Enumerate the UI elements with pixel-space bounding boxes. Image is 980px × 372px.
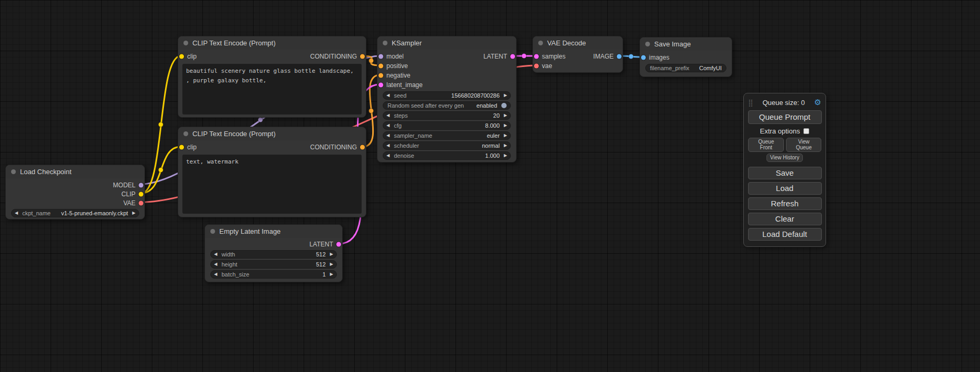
collapse-dot[interactable] (183, 41, 188, 45)
height-widget[interactable]: ◀ height 512 ▶ (210, 260, 337, 269)
widget-value[interactable]: 512 (316, 251, 325, 257)
node-load-checkpoint[interactable]: Load Checkpoint MODEL CLIP VAE ◀ ckpt_na… (5, 165, 145, 220)
clip-input-dot[interactable] (179, 145, 184, 150)
widget-value[interactable]: euler (487, 132, 499, 139)
positive-prompt-textarea[interactable]: beautiful scenery nature glass bottle la… (182, 64, 362, 115)
decrement-arrow-icon[interactable]: ◀ (386, 93, 390, 98)
decrement-arrow-icon[interactable]: ◀ (214, 252, 217, 256)
collapse-dot[interactable] (538, 41, 543, 45)
widget-value[interactable]: 512 (316, 261, 325, 268)
node-clip-text-encode-negative[interactable]: CLIP Text Encode (Prompt) clip CONDITION… (178, 127, 366, 217)
node-ksampler[interactable]: KSampler model LATENT positive negative … (377, 36, 517, 163)
widget-value[interactable]: 1.000 (485, 152, 500, 159)
decrement-arrow-icon[interactable]: ◀ (386, 133, 390, 138)
queue-prompt-button[interactable]: Queue Prompt (748, 110, 822, 124)
cfg-widget[interactable]: ◀ cfg 8.000 ▶ (383, 121, 511, 130)
widget-value[interactable]: 20 (493, 112, 500, 119)
queue-front-button[interactable]: Queue Front (748, 138, 784, 152)
widget-value[interactable]: enabled (477, 102, 497, 109)
settings-gear-icon[interactable]: ⚙ (814, 98, 821, 107)
samples-input-dot[interactable] (534, 54, 539, 59)
increment-arrow-icon[interactable]: ▶ (330, 272, 333, 276)
comfy-menu-panel[interactable]: ⣿ Queue size: 0 ⚙ Queue Prompt Extra opt… (743, 93, 826, 247)
decrement-arrow-icon[interactable]: ◀ (386, 113, 390, 118)
extra-options-checkbox[interactable] (803, 128, 809, 134)
widget-value[interactable]: v1-5-pruned-emaonly.ckpt (61, 210, 128, 216)
denoise-widget[interactable]: ◀ denoise 1.000 ▶ (383, 151, 511, 160)
node-vae-decode[interactable]: VAE Decode samples IMAGE vae (532, 36, 623, 73)
collapse-dot[interactable] (183, 131, 188, 136)
collapse-dot[interactable] (645, 42, 650, 46)
images-input-dot[interactable] (641, 55, 646, 60)
filename-prefix-widget[interactable]: filename_prefix ComfyUI (645, 64, 726, 72)
decrement-arrow-icon[interactable]: ◀ (214, 272, 217, 276)
widget-value[interactable]: 8.000 (485, 122, 500, 129)
negative-input-dot[interactable] (379, 73, 383, 78)
load-default-button[interactable]: Load Default (748, 228, 822, 241)
decrement-arrow-icon[interactable]: ◀ (15, 211, 18, 215)
node-title-bar[interactable]: Save Image (640, 37, 732, 51)
increment-arrow-icon[interactable]: ▶ (504, 154, 507, 158)
drag-handle-icon[interactable]: ⣿ (748, 99, 753, 107)
node-empty-latent-image[interactable]: Empty Latent Image LATENT ◀ width 512 ▶ … (205, 224, 343, 282)
increment-arrow-icon[interactable]: ▶ (132, 211, 135, 215)
node-title-bar[interactable]: Empty Latent Image (205, 225, 342, 238)
model-output-dot[interactable] (139, 183, 143, 187)
node-title-bar[interactable]: CLIP Text Encode (Prompt) (178, 36, 366, 50)
save-button[interactable]: Save (748, 167, 822, 179)
widget-value[interactable]: 156680208700286 (451, 92, 500, 99)
vae-output-dot[interactable] (139, 201, 143, 205)
view-queue-button[interactable]: View Queue (786, 138, 821, 152)
vae-input-dot[interactable] (534, 64, 539, 69)
increment-arrow-icon[interactable]: ▶ (330, 262, 333, 266)
clip-input-dot[interactable] (179, 54, 184, 59)
negative-prompt-textarea[interactable]: text, watermark (182, 155, 362, 214)
node-title-bar[interactable]: VAE Decode (533, 36, 623, 50)
collapse-dot[interactable] (210, 229, 215, 234)
widget-value[interactable]: 1 (323, 271, 326, 278)
scheduler-widget[interactable]: ◀ scheduler normal ▶ (383, 141, 511, 150)
decrement-arrow-icon[interactable]: ◀ (386, 123, 390, 128)
node-title-bar[interactable]: Load Checkpoint (6, 165, 144, 178)
node-title-bar[interactable]: CLIP Text Encode (Prompt) (178, 127, 366, 140)
conditioning-output-dot[interactable] (360, 54, 365, 59)
image-output-dot[interactable] (617, 54, 622, 59)
random-seed-widget[interactable]: Random seed after every gen enabled (383, 101, 511, 110)
node-save-image[interactable]: Save Image images filename_prefix ComfyU… (639, 37, 732, 77)
model-input-dot[interactable] (379, 54, 383, 59)
view-history-button[interactable]: View History (766, 154, 803, 162)
ckpt-name-widget[interactable]: ◀ ckpt_name v1-5-pruned-emaonly.ckpt ▶ (11, 209, 139, 217)
latent-output-dot[interactable] (510, 54, 515, 59)
widget-value[interactable]: ComfyUI (699, 65, 722, 71)
increment-arrow-icon[interactable]: ▶ (504, 93, 507, 98)
load-button[interactable]: Load (748, 182, 822, 195)
decrement-arrow-icon[interactable]: ◀ (386, 144, 390, 148)
node-title-bar[interactable]: KSampler (377, 36, 516, 50)
decrement-arrow-icon[interactable]: ◀ (214, 262, 217, 266)
widget-label: width (221, 251, 235, 257)
node-clip-text-encode-positive[interactable]: CLIP Text Encode (Prompt) clip CONDITION… (178, 36, 366, 118)
link-midpoint-dot (159, 122, 163, 127)
batch-size-widget[interactable]: ◀ batch_size 1 ▶ (210, 270, 337, 279)
width-widget[interactable]: ◀ width 512 ▶ (210, 250, 337, 259)
increment-arrow-icon[interactable]: ▶ (504, 113, 507, 118)
seed-widget[interactable]: ◀ seed 156680208700286 ▶ (383, 91, 511, 100)
positive-input-dot[interactable] (379, 64, 383, 69)
toggle-dot[interactable] (501, 103, 507, 108)
latent-output-dot[interactable] (336, 242, 341, 247)
increment-arrow-icon[interactable]: ▶ (504, 133, 507, 138)
conditioning-output-dot[interactable] (360, 145, 365, 150)
decrement-arrow-icon[interactable]: ◀ (386, 154, 390, 158)
steps-widget[interactable]: ◀ steps 20 ▶ (383, 111, 511, 120)
increment-arrow-icon[interactable]: ▶ (330, 252, 333, 256)
collapse-dot[interactable] (11, 169, 16, 174)
clip-output-dot[interactable] (139, 192, 143, 196)
refresh-button[interactable]: Refresh (748, 197, 822, 210)
sampler-name-widget[interactable]: ◀ sampler_name euler ▶ (383, 131, 511, 140)
increment-arrow-icon[interactable]: ▶ (504, 123, 507, 128)
clear-button[interactable]: Clear (748, 213, 822, 225)
widget-value[interactable]: normal (482, 142, 500, 149)
latent-image-input-dot[interactable] (379, 83, 383, 88)
increment-arrow-icon[interactable]: ▶ (504, 144, 507, 148)
collapse-dot[interactable] (383, 41, 387, 45)
